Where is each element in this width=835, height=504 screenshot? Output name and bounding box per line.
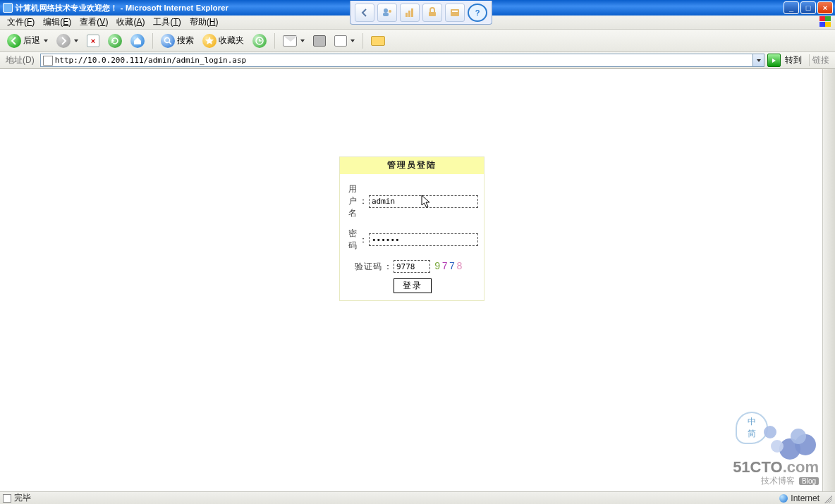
menu-help[interactable]: 帮助(H) [185,15,223,30]
stop-icon: × [87,35,99,47]
window-title: 计算机网络技术专业欢迎您！ - Microsoft Internet Explo… [16,3,228,13]
main-toolbar: 后退 × 搜索 收藏夹 [0,30,835,52]
svg-rect-1 [383,13,389,16]
search-button[interactable]: 搜索 [158,32,197,49]
watermark-blog-badge: Blog [799,477,819,485]
svg-point-9 [165,37,170,42]
svg-point-2 [389,10,391,13]
svg-rect-4 [408,11,410,17]
home-icon [130,34,145,48]
close-button[interactable]: × [817,1,833,14]
captcha-input[interactable] [394,260,430,273]
toolbar-separator [152,33,153,49]
address-combo[interactable] [40,54,764,67]
status-bar: 完毕 Internet [0,491,835,504]
address-input[interactable] [55,54,752,66]
svg-rect-8 [452,11,458,12]
star-icon [202,34,217,48]
menu-favorites[interactable]: 收藏(A) [112,15,149,30]
home-button[interactable] [128,32,147,49]
captcha-label: 验证码 [347,261,382,273]
zone-label: Internet [791,493,819,503]
forward-button[interactable] [54,32,81,49]
history-button[interactable] [250,32,269,49]
history-icon [252,34,267,48]
watermark-stamp: 中 简 [736,412,768,444]
refresh-icon [108,34,122,48]
status-text: 完毕 [14,492,31,504]
captcha-row: 验证码： 9778 [347,260,478,273]
floating-help-button[interactable]: ? [468,4,487,22]
back-button[interactable]: 后退 [4,32,51,49]
svg-rect-7 [451,9,459,16]
status-right: Internet [779,493,832,503]
password-label: 密 码 [347,228,358,252]
windows-flag-icon [819,16,834,27]
username-row: 用户名： [347,183,478,219]
print-button[interactable] [310,32,329,49]
toolbar-separator [274,33,275,49]
menu-view[interactable]: 查看(V) [75,15,112,30]
edit-button[interactable] [331,32,358,49]
svg-rect-3 [406,13,408,17]
address-label: 地址(D) [3,54,37,66]
watermark-subline: 技术博客 Blog [733,475,819,487]
mail-icon [283,35,297,47]
stop-button[interactable]: × [84,32,102,49]
watermark-logo: 51CTO.com [733,460,819,475]
login-submit-button[interactable]: 登录 [394,278,432,293]
maximize-button[interactable]: □ [800,1,816,14]
login-card: 管理员登陆 用户名： 密 码： 验证码： 9778 登录 [339,156,484,301]
status-left: 完毕 [3,492,31,504]
titlebar-left: 计算机网络技术专业欢迎您！ - Microsoft Internet Explo… [3,3,228,13]
menu-tools[interactable]: 工具(T) [149,15,185,30]
captcha-image: 9778 [434,261,464,272]
floating-toolbar: ? [350,1,492,25]
back-label: 后退 [23,35,40,47]
go-button[interactable] [767,54,781,67]
window-buttons: _ □ × [784,1,833,14]
chevron-down-icon [74,39,78,42]
floating-back-button[interactable] [355,4,374,22]
edit-icon [334,35,347,47]
page-icon [43,56,53,66]
address-dropdown-button[interactable] [752,54,764,66]
chevron-down-icon [44,39,48,42]
menu-edit[interactable]: 编辑(E) [39,15,75,30]
folder-button[interactable] [368,32,388,49]
minimize-button[interactable]: _ [784,1,799,14]
svg-line-10 [169,42,171,44]
svg-rect-6 [429,12,436,16]
chevron-down-icon [351,39,355,42]
floating-button-2[interactable] [400,4,420,22]
page-content: 管理员登陆 用户名： 密 码： 验证码： 9778 登录 [0,69,835,491]
svg-rect-5 [411,8,413,17]
search-label: 搜索 [177,35,194,47]
favorites-label: 收藏夹 [219,35,244,47]
favorites-button[interactable]: 收藏夹 [200,32,247,49]
print-icon [313,35,326,47]
mail-button[interactable] [280,32,307,49]
ie-icon [3,3,13,13]
resize-grip-icon[interactable] [822,493,832,503]
floating-button-1[interactable] [377,4,397,22]
page-icon [3,494,11,503]
back-icon [7,34,21,48]
watermark-flower-icon: 中 简 [748,403,819,460]
login-title: 管理员登陆 [340,157,484,175]
folder-icon [371,36,385,46]
floating-button-3[interactable] [422,4,442,22]
internet-zone-icon [779,494,788,503]
search-icon [161,34,175,48]
watermark: 中 简 51CTO.com 技术博客 Blog [733,403,819,487]
username-input[interactable] [369,195,478,208]
password-input[interactable] [369,233,478,246]
refresh-button[interactable] [105,32,125,49]
go-label: 转到 [784,54,803,66]
forward-icon [56,34,71,48]
password-row: 密 码： [347,228,478,252]
floating-button-4[interactable] [445,4,465,22]
menu-file[interactable]: 文件(F) [3,15,39,30]
address-bar: 地址(D) 转到 链接 [0,52,835,69]
links-label[interactable]: 链接 [809,54,832,66]
